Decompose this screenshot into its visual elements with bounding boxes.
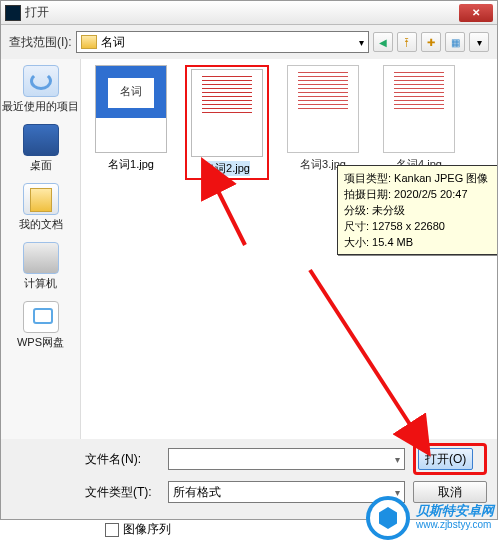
computer-icon [23, 242, 59, 274]
lookin-folder-name: 名词 [101, 34, 125, 51]
file-item[interactable]: 名词4.jpg [377, 65, 461, 180]
dropdown-arrow-icon: ▾ [359, 37, 364, 48]
tooltip-line: 尺寸: 12758 x 22680 [344, 218, 497, 234]
sidebar-label: 最近使用的项目 [2, 99, 79, 114]
sidebar-item-mydocs[interactable]: 我的文档 [19, 183, 63, 232]
filename-field[interactable]: ▾ [168, 448, 405, 470]
file-thumbnail [287, 65, 359, 153]
desktop-icon [23, 124, 59, 156]
watermark-url: www.zjbstyy.com [416, 518, 494, 532]
lookin-row: 查找范围(I): 名词 ▾ ◀ ⭱ ✚ ▦ ▾ [1, 25, 497, 59]
ps-icon [5, 5, 21, 21]
folder-icon [81, 35, 97, 49]
titlebar: 打开 ✕ [1, 1, 497, 25]
filetype-value: 所有格式 [173, 484, 221, 501]
sidebar-label: 计算机 [24, 276, 57, 291]
mydocs-icon [23, 183, 59, 215]
watermark-text: 贝斯特安卓网 www.zjbstyy.com [416, 504, 494, 532]
open-button[interactable]: 打开(O) [418, 448, 473, 470]
file-name: 名词2.jpg [204, 161, 250, 176]
file-tooltip: 项目类型: Kankan JPEG 图像 拍摄日期: 2020/2/5 20:4… [337, 165, 497, 255]
file-list-pane[interactable]: 名词1.jpg 名词2.jpg 名词3.jpg 名词4.jpg 项目类型: Ka… [81, 59, 497, 439]
file-item-selected[interactable]: 名词2.jpg [185, 65, 269, 180]
watermark-name: 贝斯特安卓网 [416, 503, 494, 518]
view-button[interactable]: ▦ [445, 32, 465, 52]
sequence-label: 图像序列 [123, 521, 171, 538]
sidebar-item-desktop[interactable]: 桌面 [23, 124, 59, 173]
filename-label: 文件名(N): [85, 451, 160, 468]
back-button[interactable]: ◀ [373, 32, 393, 52]
file-item[interactable]: 名词3.jpg [281, 65, 365, 180]
sidebar-label: WPS网盘 [17, 335, 64, 350]
file-thumbnail [191, 69, 263, 157]
sidebar-item-wps[interactable]: WPS网盘 [17, 301, 64, 350]
sequence-checkbox[interactable] [105, 523, 119, 537]
close-button[interactable]: ✕ [459, 4, 493, 22]
watermark-logo-icon [366, 496, 410, 540]
file-item[interactable]: 名词1.jpg [89, 65, 173, 180]
filetype-label: 文件类型(T): [85, 484, 160, 501]
open-dialog: 打开 ✕ 查找范围(I): 名词 ▾ ◀ ⭱ ✚ ▦ ▾ 最近使用的项目 桌面 [0, 0, 498, 520]
dropdown-arrow-icon: ▾ [395, 454, 400, 465]
window-title: 打开 [25, 4, 49, 21]
lookin-label: 查找范围(I): [9, 34, 72, 51]
open-button-highlight: 打开(O) [413, 443, 487, 475]
up-button[interactable]: ⭱ [397, 32, 417, 52]
file-name: 名词1.jpg [108, 157, 154, 172]
sidebar-label: 我的文档 [19, 217, 63, 232]
viewmenu-button[interactable]: ▾ [469, 32, 489, 52]
tooltip-line: 项目类型: Kankan JPEG 图像 [344, 170, 497, 186]
places-sidebar: 最近使用的项目 桌面 我的文档 计算机 WPS网盘 [1, 59, 81, 439]
tooltip-line: 拍摄日期: 2020/2/5 20:47 [344, 186, 497, 202]
sidebar-item-recent[interactable]: 最近使用的项目 [2, 65, 79, 114]
tooltip-line: 分级: 未分级 [344, 202, 497, 218]
recent-icon [23, 65, 59, 97]
sidebar-item-computer[interactable]: 计算机 [23, 242, 59, 291]
lookin-dropdown[interactable]: 名词 ▾ [76, 31, 369, 53]
wps-icon [23, 301, 59, 333]
tooltip-line: 大小: 15.4 MB [344, 234, 497, 250]
file-thumbnail [383, 65, 455, 153]
file-thumbnail [95, 65, 167, 153]
watermark: 贝斯特安卓网 www.zjbstyy.com [366, 496, 494, 540]
newfolder-button[interactable]: ✚ [421, 32, 441, 52]
sidebar-label: 桌面 [30, 158, 52, 173]
